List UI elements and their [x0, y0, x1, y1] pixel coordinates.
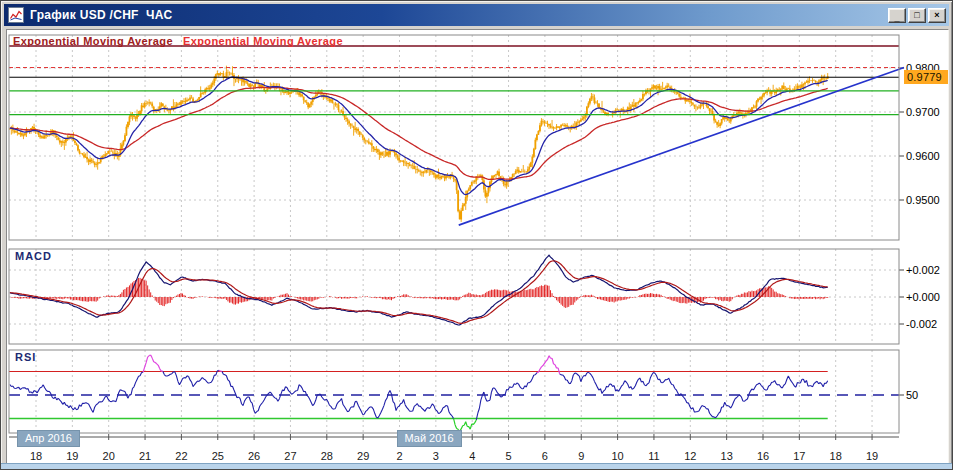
svg-text:19: 19	[866, 450, 878, 462]
minimize-button[interactable]: _	[888, 8, 906, 23]
svg-text:0.9600: 0.9600	[906, 150, 940, 162]
svg-text:50: 50	[906, 389, 918, 401]
svg-text:13: 13	[721, 450, 733, 462]
svg-text:26: 26	[248, 450, 260, 462]
current-price-badge: 0.9779	[904, 70, 948, 84]
svg-text:18: 18	[30, 450, 42, 462]
ema-label-2: Exponential Moving Average	[183, 35, 343, 47]
window-bottom-edge	[1, 463, 952, 469]
rsi-label: RSI	[15, 351, 36, 363]
chart-icon-glyph	[10, 9, 22, 21]
svg-text:29: 29	[357, 450, 369, 462]
month-badge-may: Май 2016	[397, 430, 462, 447]
svg-text:9: 9	[578, 450, 584, 462]
close-glyph: ×	[934, 11, 939, 20]
svg-text:0.9500: 0.9500	[906, 194, 940, 206]
svg-text:+0.002: +0.002	[906, 264, 940, 276]
ema-label-1: Exponential Moving Average	[13, 35, 173, 47]
maximize-button[interactable]: □	[908, 8, 926, 23]
indicator-labels: Exponential Moving Average Exponential M…	[13, 35, 343, 47]
svg-text:17: 17	[793, 450, 805, 462]
svg-text:5: 5	[505, 450, 511, 462]
month-badge-apr: Апр 2016	[17, 430, 80, 447]
svg-text:18: 18	[830, 450, 842, 462]
svg-text:25: 25	[212, 450, 224, 462]
svg-text:6: 6	[542, 450, 548, 462]
chart-canvas[interactable]: 0.98000.97000.96000.9500+0.002+0.000-0.0…	[7, 30, 948, 464]
maximize-glyph: □	[914, 11, 919, 20]
svg-text:10: 10	[611, 450, 623, 462]
svg-text:22: 22	[175, 450, 187, 462]
svg-text:27: 27	[284, 450, 296, 462]
svg-text:2: 2	[396, 450, 402, 462]
svg-text:3: 3	[433, 450, 439, 462]
svg-text:4: 4	[469, 450, 475, 462]
svg-text:21: 21	[139, 450, 151, 462]
titlebar[interactable]: График USD /CHF ЧАС _ □ ×	[4, 4, 949, 26]
svg-text:16: 16	[757, 450, 769, 462]
close-button[interactable]: ×	[928, 8, 946, 23]
chart-window: График USD /CHF ЧАС _ □ × 0.98000.97000.…	[0, 0, 953, 470]
window-title: График USD /CHF ЧАС	[30, 8, 888, 22]
svg-text:28: 28	[321, 450, 333, 462]
window-controls: _ □ ×	[888, 8, 946, 23]
svg-text:20: 20	[103, 450, 115, 462]
svg-text:11: 11	[648, 450, 659, 462]
chart-icon	[8, 7, 24, 23]
svg-text:12: 12	[684, 450, 696, 462]
svg-text:0.9700: 0.9700	[906, 106, 940, 118]
svg-text:19: 19	[66, 450, 78, 462]
svg-text:-0.002: -0.002	[906, 318, 937, 330]
minimize-glyph: _	[894, 14, 899, 23]
svg-text:+0.000: +0.000	[906, 291, 940, 303]
macd-label: MACD	[15, 250, 52, 262]
chart-area[interactable]: 0.98000.97000.96000.9500+0.002+0.000-0.0…	[6, 29, 949, 465]
